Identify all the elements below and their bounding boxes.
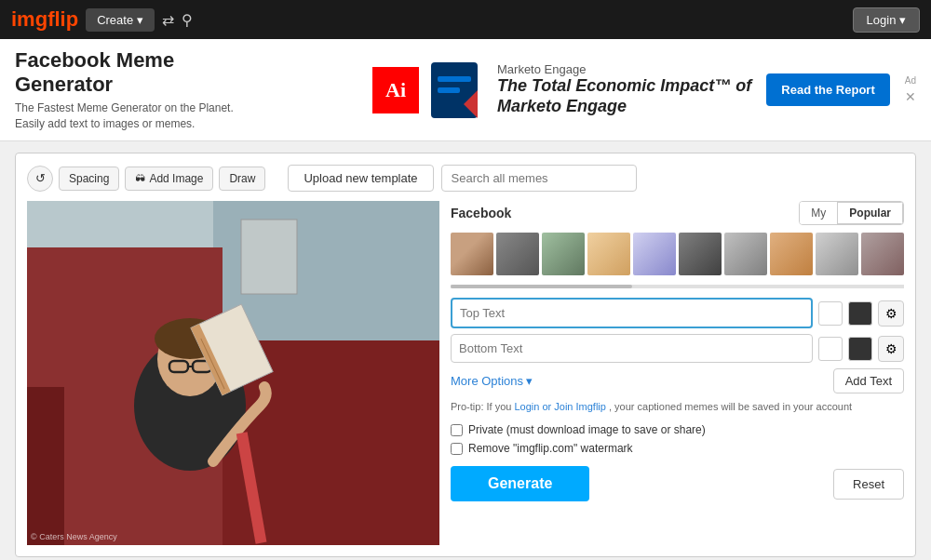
ad-label: Ad	[905, 75, 916, 86]
meme-thumb-6[interactable]	[679, 233, 722, 275]
more-options-chevron-icon: ▾	[526, 374, 533, 388]
ad-cta-button[interactable]: Read the Report	[766, 73, 889, 106]
ad-brand: Marketo Engage	[497, 62, 751, 76]
bottom-text-input[interactable]	[451, 334, 813, 363]
login-join-link[interactable]: Login or Join Imgflip	[514, 401, 605, 412]
top-text-settings-button[interactable]: ⚙	[878, 300, 904, 327]
meme-thumb-3[interactable]	[542, 233, 585, 275]
draw-button[interactable]: Draw	[219, 167, 265, 191]
top-text-color-black[interactable]	[848, 301, 872, 326]
toolbar: ↺ Spacing 🕶 Add Image Draw Upload new te…	[27, 165, 904, 192]
svg-rect-2	[438, 87, 460, 93]
thumbs-wrapper	[451, 233, 904, 296]
private-checkbox-row: Private (must download image to save or …	[451, 423, 904, 436]
options-row: More Options ▾ Add Text	[451, 368, 904, 393]
meme-thumb-9[interactable]	[816, 233, 858, 275]
add-text-button[interactable]: Add Text	[833, 368, 904, 393]
more-options-label: More Options	[451, 374, 523, 388]
tab-group: My Popular	[799, 201, 904, 225]
facebook-header: Facebook My Popular	[451, 201, 904, 225]
navbar-left: imgflip Create ▾ ⇄ ⚲	[11, 7, 193, 32]
search-icon[interactable]: ⚲	[182, 11, 193, 29]
meme-thumb-8[interactable]	[770, 233, 813, 275]
action-row: Generate Reset	[451, 466, 904, 501]
generate-button[interactable]: Generate	[451, 466, 589, 501]
ad-product-icon	[426, 58, 482, 123]
bottom-text-row: ⚙	[451, 334, 904, 363]
login-button[interactable]: Login ▾	[853, 7, 920, 33]
bottom-text-color-black[interactable]	[848, 337, 872, 361]
spacing-label: Spacing	[69, 172, 109, 185]
private-label: Private (must download image to save or …	[468, 423, 706, 436]
meme-thumb-1[interactable]	[451, 233, 493, 275]
tab-my[interactable]: My	[800, 202, 837, 224]
private-checkbox[interactable]	[451, 424, 463, 436]
logo-img: img	[11, 7, 47, 31]
create-button[interactable]: Create ▾	[86, 8, 155, 32]
meme-background	[27, 201, 439, 545]
right-panel: Facebook My Popular	[451, 201, 904, 545]
meme-svg	[27, 201, 439, 545]
create-chevron-icon: ▾	[137, 13, 143, 27]
meme-thumbnails	[451, 233, 904, 275]
generator-panel: ↺ Spacing 🕶 Add Image Draw Upload new te…	[15, 153, 916, 557]
ad-headline: The Total Economic Impact™ of Marketo En…	[497, 76, 751, 116]
section-label: Facebook	[451, 206, 511, 220]
bottom-text-settings-button[interactable]: ⚙	[878, 336, 904, 362]
svg-rect-8	[241, 220, 297, 294]
logo[interactable]: imgflip	[11, 7, 78, 32]
image-credit: © Caters News Agency	[31, 532, 117, 541]
tab-popular[interactable]: Popular	[837, 202, 903, 224]
bottom-text-color-white[interactable]	[818, 337, 843, 361]
logo-flip: flip	[47, 7, 78, 31]
ad-close-area: Ad ✕	[905, 75, 916, 104]
meme-thumb-7[interactable]	[724, 233, 767, 275]
add-image-button[interactable]: 🕶 Add Image	[125, 167, 213, 191]
spacing-button[interactable]: Spacing	[59, 167, 119, 191]
thumbnail-scrollbar[interactable]	[451, 285, 904, 288]
ad-close-icon[interactable]: ✕	[905, 89, 916, 104]
more-options-link[interactable]: More Options ▾	[451, 374, 533, 388]
page-title-section: Facebook Meme Generator The Fastest Meme…	[15, 48, 238, 132]
ad-banner: Facebook Meme Generator The Fastest Meme…	[0, 39, 931, 141]
main-content: ↺ Spacing 🕶 Add Image Draw Upload new te…	[0, 141, 931, 560]
toolbar-left: ↺ Spacing 🕶 Add Image Draw	[27, 166, 265, 192]
top-text-input[interactable]	[451, 298, 813, 328]
watermark-checkbox[interactable]	[451, 443, 463, 455]
navbar: imgflip Create ▾ ⇄ ⚲ Login ▾	[0, 0, 931, 39]
meme-thumb-5[interactable]	[633, 233, 676, 275]
content-area: © Caters News Agency Facebook My Popular	[27, 201, 904, 545]
page-subtitle: The Fastest Meme Generator on the Planet…	[15, 100, 238, 132]
login-chevron-icon: ▾	[899, 13, 906, 27]
upload-template-button[interactable]: Upload new template	[288, 165, 433, 192]
thumbnail-scrollbar-thumb	[451, 285, 632, 288]
meme-thumb-2[interactable]	[496, 233, 539, 275]
meme-thumb-10[interactable]	[861, 233, 904, 275]
login-label: Login	[867, 13, 897, 27]
svg-rect-19	[27, 387, 64, 545]
shuffle-icon[interactable]: ⇄	[162, 11, 174, 29]
meme-thumb-4[interactable]	[587, 233, 630, 275]
top-text-color-white[interactable]	[818, 301, 843, 326]
watermark-label: Remove "imgflip.com" watermark	[468, 442, 633, 455]
create-label: Create	[97, 13, 133, 27]
sunglasses-icon: 🕶	[135, 173, 145, 184]
toolbar-right: Upload new template	[288, 165, 636, 192]
navbar-right: Login ▾	[853, 7, 920, 33]
top-text-row: ⚙	[451, 298, 904, 328]
ad-logos: Ai	[372, 58, 482, 123]
search-memes-input[interactable]	[441, 165, 637, 192]
ad-text: Marketo Engage The Total Economic Impact…	[497, 62, 751, 116]
refresh-icon[interactable]: ↺	[27, 166, 53, 192]
draw-label: Draw	[229, 172, 255, 185]
meme-image-canvas: © Caters News Agency	[27, 201, 439, 545]
page-title: Facebook Meme Generator	[15, 48, 238, 97]
adobe-logo: Ai	[372, 67, 419, 113]
add-image-label: Add Image	[149, 172, 203, 185]
reset-button[interactable]: Reset	[833, 469, 904, 500]
pro-tip: Pro-tip: If you Login or Join Imgflip , …	[451, 401, 904, 412]
svg-rect-1	[438, 76, 471, 82]
watermark-checkbox-row: Remove "imgflip.com" watermark	[451, 442, 904, 455]
ad-content: Ai Marketo Engage The Total Economic Imp…	[238, 58, 916, 123]
